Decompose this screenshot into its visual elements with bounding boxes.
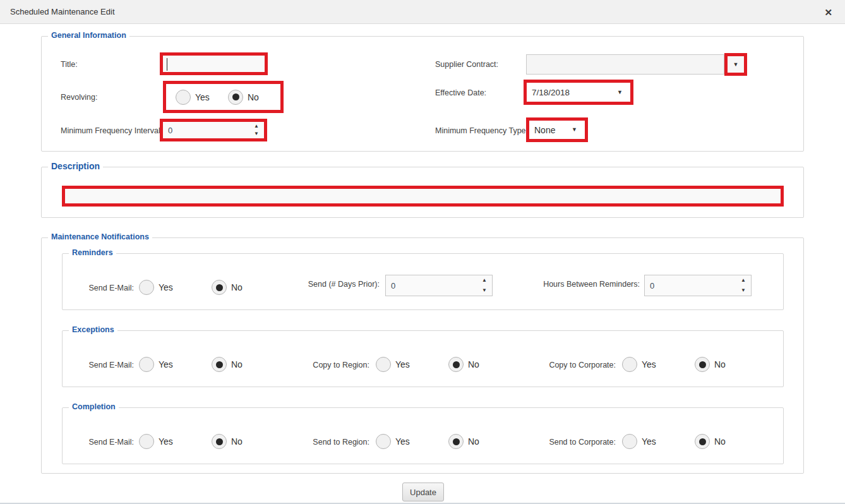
radio-circle-checked[interactable]: [212, 434, 227, 449]
radio-label[interactable]: Yes: [159, 436, 173, 447]
description-input[interactable]: [65, 189, 781, 203]
description-input-highlight: [62, 186, 784, 207]
completion-legend: Completion: [69, 402, 119, 411]
radio-label[interactable]: No: [248, 92, 259, 102]
minimum-frequency-interval-spinner: ▲ ▼: [163, 122, 264, 138]
effective-date-label: Effective Date:: [435, 88, 486, 97]
dialog-titlebar: Scheduled Maintenance Edit ✕: [0, 0, 845, 24]
radio-circle[interactable]: [376, 434, 391, 449]
yes-radio[interactable]: Yes: [622, 357, 695, 372]
radio-label[interactable]: No: [714, 359, 726, 369]
supplier-contract-label: Supplier Contract:: [435, 60, 498, 69]
revolving-yes-radio[interactable]: Yes: [176, 90, 228, 105]
yes-radio[interactable]: Yes: [139, 357, 212, 372]
radio-label[interactable]: No: [468, 359, 479, 369]
radio-circle-checked[interactable]: [212, 357, 227, 372]
effective-date-highlight: 7/18/2018 ▼: [524, 80, 633, 105]
hours-between-reminders-input[interactable]: [645, 281, 741, 291]
revolving-no-radio[interactable]: No: [228, 90, 280, 105]
spin-down-icon[interactable]: ▼: [741, 288, 746, 293]
exceptions-fieldset: Exceptions Send E-Mail: Yes No Copy to R…: [62, 330, 784, 387]
supplier-contract-dropdown-button[interactable]: ▼: [728, 56, 744, 73]
spin-up-icon[interactable]: ▲: [254, 124, 259, 129]
radio-circle[interactable]: [176, 90, 191, 105]
revolving-radio-highlight: Yes No: [163, 81, 284, 113]
minimum-frequency-interval-input[interactable]: [163, 126, 254, 135]
radio-circle[interactable]: [139, 280, 154, 295]
spin-up-icon[interactable]: ▲: [741, 278, 746, 283]
supplier-contract-dropdown-highlight: ▼: [724, 53, 747, 76]
send-days-prior-input[interactable]: [386, 281, 482, 291]
description-legend: Description: [48, 161, 103, 171]
radio-circle[interactable]: [376, 357, 391, 372]
yes-radio[interactable]: Yes: [376, 434, 448, 449]
radio-circle-checked[interactable]: [448, 357, 464, 372]
minimum-frequency-type-highlight: None ▼: [526, 117, 588, 142]
minimum-frequency-interval-highlight: ▲ ▼: [160, 119, 267, 141]
radio-circle[interactable]: [622, 357, 637, 372]
radio-label[interactable]: Yes: [642, 359, 656, 369]
maintenance-notifications-legend: Maintenance Notifications: [48, 232, 152, 241]
copy-to-corporate-radio-group: Yes No: [622, 357, 767, 372]
minimum-frequency-interval-label: Minimum Frequency Interval:: [61, 126, 162, 135]
yes-radio[interactable]: Yes: [139, 434, 212, 449]
title-input[interactable]: [163, 56, 265, 72]
radio-circle-checked[interactable]: [448, 434, 464, 449]
yes-radio[interactable]: Yes: [139, 280, 212, 295]
title-input-highlight: [160, 52, 268, 75]
reminders-send-email-label: Send E-Mail:: [69, 284, 134, 292]
spin-down-icon[interactable]: ▼: [482, 288, 487, 293]
radio-label[interactable]: Yes: [159, 359, 173, 369]
radio-label[interactable]: Yes: [395, 359, 410, 369]
text-cursor: [167, 58, 167, 71]
dialog-title: Scheduled Maintenance Edit: [10, 7, 115, 16]
general-information-legend: General Information: [48, 31, 129, 40]
hours-between-reminders-spinner: ▲ ▼: [644, 275, 752, 296]
radio-circle-checked[interactable]: [228, 90, 243, 105]
spin-up-icon[interactable]: ▲: [482, 278, 487, 283]
radio-label[interactable]: Yes: [195, 92, 210, 102]
no-radio[interactable]: No: [695, 357, 767, 372]
copy-to-region-label: Copy to Region:: [246, 361, 369, 369]
radio-label[interactable]: Yes: [642, 436, 656, 447]
radio-label[interactable]: No: [468, 436, 479, 447]
radio-label[interactable]: Yes: [395, 436, 410, 447]
minimum-frequency-type-value[interactable]: None: [529, 125, 572, 135]
no-radio[interactable]: No: [695, 434, 767, 449]
radio-label[interactable]: No: [231, 436, 243, 447]
minimum-frequency-type-label: Minimum Frequency Type:: [435, 126, 528, 135]
maintenance-notifications-fieldset: Maintenance Notifications Reminders Send…: [41, 237, 804, 474]
radio-label[interactable]: Yes: [159, 282, 173, 292]
radio-label[interactable]: No: [231, 282, 243, 292]
yes-radio[interactable]: Yes: [376, 357, 448, 372]
send-to-corporate-label: Send to Corporate:: [492, 438, 616, 447]
general-information-fieldset: General Information Title: Supplier Cont…: [41, 36, 804, 152]
radio-label[interactable]: No: [231, 359, 243, 369]
radio-circle[interactable]: [139, 434, 154, 449]
send-to-corporate-radio-group: Yes No: [622, 434, 767, 449]
completion-fieldset: Completion Send E-Mail: Yes No Send to R…: [62, 407, 784, 464]
supplier-contract-input[interactable]: [526, 54, 724, 75]
close-icon[interactable]: ✕: [820, 6, 836, 20]
yes-radio[interactable]: Yes: [622, 434, 695, 449]
chevron-down-icon[interactable]: ▼: [572, 127, 577, 133]
copy-to-corporate-label: Copy to Corporate:: [492, 361, 616, 369]
chevron-down-icon[interactable]: ▼: [617, 90, 623, 95]
spin-down-icon[interactable]: ▼: [254, 131, 259, 136]
send-days-prior-spinner: ▲ ▼: [385, 275, 493, 296]
send-days-prior-label: Send (# Days Prior):: [271, 280, 380, 289]
exceptions-legend: Exceptions: [69, 325, 117, 334]
radio-circle-checked[interactable]: [695, 357, 710, 372]
chevron-down-icon: ▼: [733, 62, 739, 68]
reminders-legend: Reminders: [69, 248, 116, 257]
title-label: Title:: [61, 60, 78, 69]
radio-circle-checked[interactable]: [695, 434, 710, 449]
radio-circle[interactable]: [622, 434, 637, 449]
radio-circle[interactable]: [139, 357, 154, 372]
reminders-send-email-radio-group: Yes No: [139, 280, 284, 295]
radio-circle-checked[interactable]: [212, 280, 227, 295]
radio-label[interactable]: No: [714, 436, 726, 447]
supplier-contract-value[interactable]: [527, 55, 724, 74]
update-button[interactable]: Update: [402, 483, 444, 501]
effective-date-value[interactable]: 7/18/2018: [527, 88, 617, 97]
